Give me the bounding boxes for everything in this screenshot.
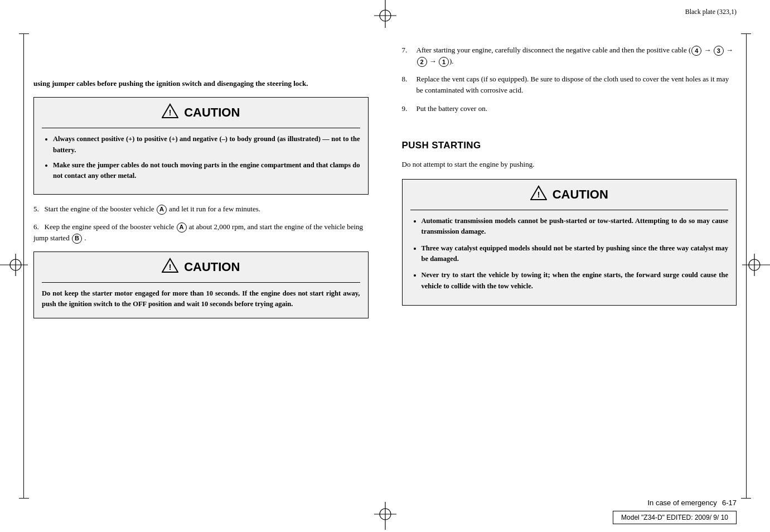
caution-item-1-2: Make sure the jumper cables do not touch… <box>53 160 360 182</box>
intro-text: using jumper cables before pushing the i… <box>33 78 369 89</box>
circle-a-2: A <box>177 223 187 233</box>
caution-body-2-text: Do not keep the starter motor engaged fo… <box>42 288 360 310</box>
push-starting-heading: PUSH STARTING <box>402 140 737 151</box>
page-num: 6-17 <box>722 499 737 507</box>
caution-icon-2: ! <box>162 258 178 277</box>
step-9: 9. Put the battery cover on. <box>402 103 737 114</box>
step-5-num: 5. <box>33 205 39 213</box>
step-7: 7. After starting your engine, carefully… <box>402 45 737 67</box>
footer-right: In case of emergency 6-17 Model "Z34-D" … <box>613 499 737 524</box>
push-starting-section: PUSH STARTING Do not attempt to start th… <box>402 140 737 306</box>
step-8-text: Replace the vent caps (if so equipped). … <box>417 74 737 96</box>
right-caution-item-2: Three way catalyst equipped models shoul… <box>422 243 729 265</box>
caution-box-right: ! CAUTION Automatic transmission models … <box>402 179 737 306</box>
right-column: 7. After starting your engine, carefully… <box>385 33 737 460</box>
step-9-num: 9. <box>402 103 412 114</box>
page-ref-text: In case of emergency <box>647 499 716 507</box>
left-edge-line <box>23 33 24 499</box>
corner-dash-bottom-right <box>741 498 751 499</box>
right-caution-item-3: Never try to start the vehicle by towing… <box>422 270 729 292</box>
svg-text:!: ! <box>169 263 172 272</box>
right-edge-line <box>746 33 747 499</box>
step-5: 5. Start the engine of the booster vehic… <box>33 204 369 215</box>
caution-icon-right: ! <box>530 185 547 204</box>
svg-text:!: ! <box>537 190 540 199</box>
model-info: Model "Z34-D" EDITED: 2009/ 9/ 10 <box>613 511 737 524</box>
page-reference: In case of emergency 6-17 <box>613 499 737 507</box>
crosshair-top-icon <box>374 0 396 30</box>
push-starting-intro: Do not attempt to start the engine by pu… <box>402 159 737 170</box>
caution-body-1: Always connect positive (+) to positive … <box>42 134 360 182</box>
caution-title-1: CAUTION <box>184 105 240 120</box>
circle-a-1: A <box>157 205 167 215</box>
step-7-num: 7. <box>402 45 412 56</box>
caution-icon-1: ! <box>162 103 178 122</box>
caution-title-2: CAUTION <box>184 260 240 274</box>
crosshair-bottom-icon <box>374 502 396 532</box>
step-8: 8. Replace the vent caps (if so equipped… <box>402 74 737 96</box>
steps-7-9: 7. After starting your engine, carefully… <box>402 45 737 114</box>
circle-2: 2 <box>417 57 427 67</box>
caution-body-right: Automatic transmission models cannot be … <box>410 216 729 292</box>
step-7-text: After starting your engine, carefully di… <box>417 45 737 67</box>
right-caution-item-1: Automatic transmission models cannot be … <box>422 216 729 238</box>
left-column: using jumper cables before pushing the i… <box>33 33 385 460</box>
circle-4: 4 <box>691 46 701 56</box>
caution-box-2: ! CAUTION Do not keep the starter motor … <box>33 252 369 318</box>
step-5-text: Start the engine of the booster vehicle … <box>45 205 261 213</box>
caution-header-right: ! CAUTION <box>410 185 729 210</box>
caution-header-1: ! CAUTION <box>42 103 360 128</box>
step-6-text: Keep the engine speed of the booster veh… <box>33 223 363 242</box>
circle-1: 1 <box>439 57 449 67</box>
step-9-text: Put the battery cover on. <box>417 103 487 114</box>
circle-3: 3 <box>714 46 724 56</box>
corner-dash-bottom-left <box>19 498 29 499</box>
step-6-num: 6. <box>33 223 39 231</box>
caution-header-2: ! CAUTION <box>42 258 360 283</box>
svg-text:!: ! <box>169 108 172 117</box>
caution-body-2: Do not keep the starter motor engaged fo… <box>42 288 360 310</box>
corner-dash-top-left <box>19 33 29 34</box>
caution-box-1: ! CAUTION Always connect positive (+) to… <box>33 97 369 195</box>
step-8-num: 8. <box>402 74 412 85</box>
caution-item-1-1: Always connect positive (+) to positive … <box>53 134 360 156</box>
caution-title-right: CAUTION <box>553 187 608 202</box>
step-6: 6. Keep the engine speed of the booster … <box>33 221 369 244</box>
plate-info: Black plate (323,1) <box>685 8 737 16</box>
corner-dash-top-right <box>741 33 751 34</box>
circle-b-1: B <box>72 234 82 244</box>
